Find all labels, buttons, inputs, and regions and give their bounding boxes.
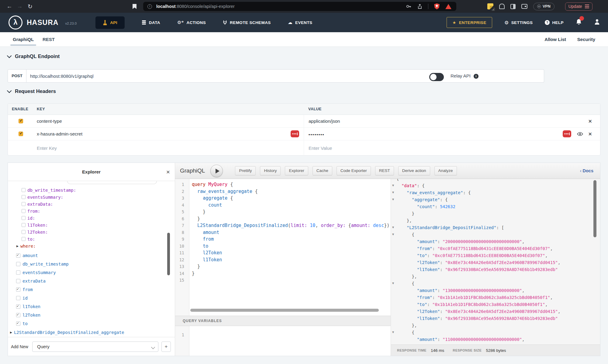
explorer-field[interactable]: id <box>8 294 175 302</box>
enable-checkbox[interactable] <box>19 132 23 136</box>
explorer-arg-where[interactable]: ▶where: <box>8 242 175 249</box>
help-button[interactable]: ?HELP <box>545 20 564 25</box>
tab-allow-list[interactable]: Allow List <box>544 32 566 46</box>
header-key[interactable]: content-type <box>32 115 304 127</box>
tab-rest[interactable]: REST <box>43 32 55 46</box>
fold-arrow-icon[interactable]: ▼ <box>391 226 396 229</box>
explorer-root-field[interactable]: ▶L2StandardBridge_DepositFinalized_aggre… <box>8 328 175 337</box>
request-headers-section[interactable]: Request Headers <box>8 88 56 94</box>
checkbox[interactable] <box>22 237 26 241</box>
checkbox[interactable] <box>22 188 26 192</box>
reload-icon[interactable]: ↻ <box>25 3 35 10</box>
toolbar-button[interactable]: Derive action <box>398 166 430 175</box>
wallet-icon[interactable] <box>521 4 527 9</box>
remove-header-icon[interactable]: × <box>588 118 592 124</box>
settings-button[interactable]: ⚙SETTINGS <box>504 20 533 26</box>
fold-arrow-icon[interactable]: ▼ <box>391 282 396 285</box>
ghost-extension-icon[interactable] <box>499 4 505 9</box>
checkbox[interactable] <box>16 296 20 300</box>
fold-arrow-icon[interactable]: ▼ <box>391 184 396 187</box>
explorer-field[interactable]: extraData <box>8 277 175 285</box>
checkbox[interactable] <box>16 313 20 317</box>
fold-arrow-icon[interactable]: ▼ <box>391 331 396 334</box>
toolbar-button[interactable]: Prettify <box>235 166 256 175</box>
operation-type-select[interactable]: Query <box>32 342 158 352</box>
explorer-field[interactable]: from <box>8 285 175 294</box>
key-icon[interactable] <box>406 3 412 9</box>
toolbar-button[interactable]: History <box>260 166 281 175</box>
enterprise-button[interactable]: ★ENTERPRISE <box>447 17 492 28</box>
explorer-field[interactable]: db_write_timestamp <box>8 260 175 268</box>
explorer-arg[interactable]: to: <box>8 235 175 242</box>
header-key[interactable]: x-hasura-admin-secret <box>32 128 304 140</box>
explorer-arg[interactable]: eventsSummary: <box>8 194 175 201</box>
toolbar-button[interactable]: Analyze <box>434 166 457 175</box>
add-operation-button[interactable]: + <box>161 342 171 352</box>
explorer-arg[interactable]: l1Token: <box>8 221 175 228</box>
back-icon[interactable]: ← <box>4 3 15 10</box>
checkbox[interactable] <box>22 230 26 234</box>
explorer-arg[interactable]: l2Token: <box>8 228 175 235</box>
password-manager-icon[interactable] <box>563 130 571 137</box>
header-value[interactable]: •••••••• × <box>304 128 600 140</box>
nav-tab-api[interactable]: API <box>95 16 125 29</box>
checkbox[interactable] <box>16 270 20 275</box>
response-scrollbar[interactable] <box>593 180 596 237</box>
share-icon[interactable] <box>417 3 423 9</box>
explorer-field[interactable]: eventsSummary <box>8 268 175 277</box>
sidebar-toggle-icon[interactable] <box>510 4 516 9</box>
update-button[interactable]: Update <box>565 2 592 11</box>
new-value-input[interactable] <box>309 146 483 151</box>
nav-tab-actions[interactable]: ⚙ᵒ ACTIONS <box>177 20 206 25</box>
checkbox[interactable] <box>22 223 26 227</box>
fold-arrow-icon[interactable]: ▼ <box>391 191 396 194</box>
header-value[interactable]: application/json × <box>304 115 600 127</box>
explorer-arg[interactable]: extraData: <box>8 201 175 208</box>
toolbar-button[interactable]: REST <box>375 166 394 175</box>
remove-header-icon[interactable]: × <box>588 131 592 137</box>
bookmark-icon[interactable] <box>133 4 136 9</box>
response-pane[interactable]: ▼ { ▼ "data": { ▼ "raw_events_aggregate"… <box>391 179 600 356</box>
checkbox[interactable] <box>22 195 26 199</box>
toolbar-button[interactable]: Cache <box>313 166 332 175</box>
graphql-endpoint-section[interactable]: GraphQL Endpoint <box>8 53 60 59</box>
docs-link[interactable]: ‹Docs <box>580 168 593 173</box>
brave-shield-icon[interactable] <box>434 3 440 10</box>
checkbox[interactable] <box>16 262 20 266</box>
address-bar[interactable]: i localhost:8080/console/api/api-explore… <box>143 2 456 11</box>
nav-tab-data[interactable]: DATA <box>142 20 160 25</box>
checkbox[interactable] <box>16 321 20 326</box>
forward-icon[interactable]: → <box>15 3 25 10</box>
explorer-scrollbar[interactable] <box>167 233 170 275</box>
password-manager-icon[interactable] <box>291 130 299 137</box>
hasura-logo[interactable]: λ <box>9 15 22 29</box>
explorer-arg[interactable]: db_write_timestamp: <box>8 187 175 194</box>
editor-hscrollbar[interactable] <box>190 309 379 312</box>
explorer-field[interactable]: l2Token <box>8 311 175 319</box>
eye-icon[interactable] <box>577 132 583 136</box>
explorer-arg[interactable]: id: <box>8 215 175 221</box>
checkbox[interactable] <box>16 287 20 292</box>
checkbox[interactable] <box>16 304 20 309</box>
new-key-input[interactable] <box>37 146 197 151</box>
query-editor[interactable]: 1 query MyQuery { 2 raw_events_aggregate… <box>175 179 391 356</box>
close-icon[interactable]: × <box>166 163 170 181</box>
enable-checkbox[interactable] <box>19 119 23 123</box>
checkbox[interactable] <box>16 253 20 258</box>
execute-button[interactable] <box>210 165 223 177</box>
site-info-icon[interactable]: i <box>147 4 152 9</box>
user-button[interactable] <box>594 19 600 26</box>
toolbar-button[interactable]: Code Exporter <box>337 166 371 175</box>
menu-icon[interactable] <box>585 5 589 8</box>
explorer-field[interactable]: amount <box>8 251 175 260</box>
explorer-field[interactable]: l1Token <box>8 302 175 311</box>
notifications-button[interactable] <box>576 19 582 26</box>
tab-security[interactable]: Security <box>577 32 595 46</box>
explorer-arg[interactable]: from: <box>8 208 175 215</box>
checkbox[interactable] <box>22 209 26 213</box>
relay-info-icon[interactable]: i <box>474 74 478 79</box>
relay-toggle[interactable] <box>429 73 444 81</box>
tab-graphiql[interactable]: GraphiQL <box>13 32 34 46</box>
vpn-button[interactable]: VPN <box>533 3 554 10</box>
explorer-field[interactable]: to <box>8 319 175 328</box>
